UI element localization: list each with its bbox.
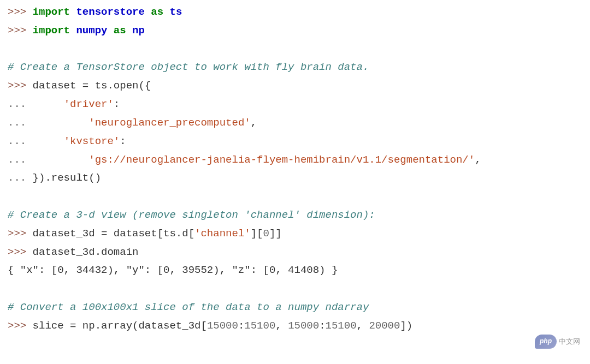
code-segment: ][ xyxy=(251,228,263,240)
code-segment: 15000 xyxy=(207,320,238,332)
code-segment xyxy=(126,25,132,37)
code-line-14: { "x": [0, 34432), "y": [0, 39552), "z":… xyxy=(8,261,582,280)
code-segment: dataset_3d.domain xyxy=(33,246,139,258)
code-line-11: # Create a 3-d view (remove singleton 'c… xyxy=(8,206,582,225)
code-segment: # Convert a 100x100x1 slice of the data … xyxy=(8,301,369,313)
code-line-13: >>> dataset_3d.domain xyxy=(8,243,582,262)
code-segment: >>> xyxy=(8,80,33,92)
code-segment: , xyxy=(251,117,257,129)
code-segment: import xyxy=(33,6,70,18)
code-segment: as xyxy=(114,25,126,37)
code-segment: >>> xyxy=(8,320,33,332)
code-block: >>> import tensorstore as ts>>> import n… xyxy=(8,3,582,336)
code-segment: >>> xyxy=(8,6,33,18)
code-segment: ]] xyxy=(269,228,282,240)
code-segment: numpy xyxy=(76,25,107,37)
code-line-2 xyxy=(8,40,582,59)
code-segment: >>> xyxy=(8,246,33,258)
code-segment: slice = np.array(dataset_3d[ xyxy=(33,320,207,332)
code-segment: 15000 xyxy=(288,320,319,332)
code-segment: 'driver' xyxy=(64,98,114,110)
code-segment: ... xyxy=(8,135,64,147)
code-line-1: >>> import numpy as np xyxy=(8,22,582,40)
code-segment: { "x": [0, 34432), "y": [0, 39552), "z":… xyxy=(8,264,338,276)
code-line-3: # Create a TensorStore object to work wi… xyxy=(8,58,582,77)
code-segment: >>> xyxy=(8,228,33,240)
code-segment: 'channel' xyxy=(194,228,251,240)
code-line-10 xyxy=(8,188,582,206)
watermark-text: 中文网 xyxy=(559,335,580,348)
code-line-16: # Convert a 100x100x1 slice of the data … xyxy=(8,299,582,317)
code-segment: import xyxy=(33,25,70,37)
code-line-15 xyxy=(8,280,582,299)
code-segment: ]) xyxy=(400,320,412,332)
code-segment: 'kvstore' xyxy=(64,135,120,147)
code-line-9: ... }).result() xyxy=(8,169,582,188)
code-line-5: ... 'driver': xyxy=(8,96,582,114)
code-segment: ... xyxy=(8,117,88,129)
code-segment: , xyxy=(275,320,288,332)
code-segment xyxy=(70,25,76,37)
code-line-17: >>> slice = np.array(dataset_3d[15000:15… xyxy=(8,317,582,336)
code-segment: np xyxy=(132,25,145,37)
code-line-7: ... 'kvstore': xyxy=(8,133,582,151)
code-segment xyxy=(107,25,113,37)
code-segment: ... xyxy=(8,154,88,166)
code-segment: # Create a TensorStore object to work wi… xyxy=(8,61,369,73)
code-segment: as xyxy=(151,6,163,18)
code-segment: ts xyxy=(169,6,182,18)
code-segment: : xyxy=(114,98,120,110)
code-segment: : xyxy=(120,135,126,147)
code-segment: , xyxy=(475,154,481,166)
php-logo-icon xyxy=(535,335,557,349)
code-segment: 'neuroglancer_precomputed' xyxy=(88,117,250,129)
code-segment: # Create a 3-d view (remove singleton 'c… xyxy=(8,209,375,221)
code-segment: ... xyxy=(8,98,64,110)
code-segment xyxy=(8,283,14,295)
code-segment: }).result() xyxy=(33,172,101,184)
code-segment: dataset_3d = dataset[ts.d[ xyxy=(33,228,194,240)
code-segment xyxy=(163,6,169,18)
code-line-0: >>> import tensorstore as ts xyxy=(8,3,582,22)
code-segment: 15100 xyxy=(326,320,357,332)
code-line-8: ... 'gs://neuroglancer-janelia-flyem-hem… xyxy=(8,151,582,170)
code-segment xyxy=(70,6,76,18)
code-segment: >>> xyxy=(8,25,33,37)
code-segment xyxy=(145,6,151,18)
code-segment xyxy=(8,190,14,202)
code-segment: 20000 xyxy=(369,320,400,332)
code-line-4: >>> dataset = ts.open({ xyxy=(8,77,582,96)
code-segment: ... xyxy=(8,172,33,184)
code-segment: 0 xyxy=(263,228,269,240)
code-segment: , xyxy=(357,320,369,332)
code-line-12: >>> dataset_3d = dataset[ts.d['channel']… xyxy=(8,225,582,243)
code-segment: : xyxy=(238,320,244,332)
code-segment: : xyxy=(319,320,325,332)
code-line-6: ... 'neuroglancer_precomputed', xyxy=(8,114,582,133)
code-segment: 'gs://neuroglancer-janelia-flyem-hemibra… xyxy=(88,154,475,166)
watermark: 中文网 xyxy=(535,335,580,349)
code-segment: tensorstore xyxy=(76,6,144,18)
code-segment: 15100 xyxy=(244,320,275,332)
code-segment: dataset = ts.open({ xyxy=(33,80,151,92)
code-segment xyxy=(8,43,14,55)
